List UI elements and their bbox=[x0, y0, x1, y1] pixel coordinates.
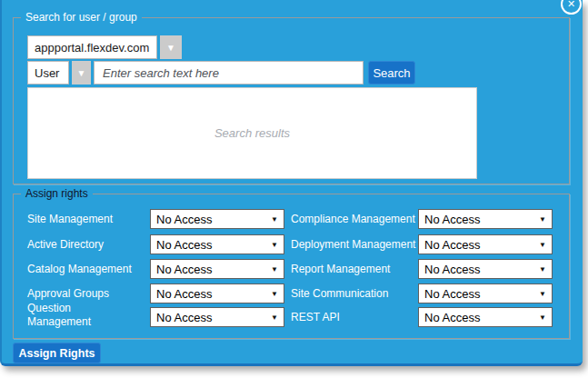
search-section-legend: Search for user / group bbox=[21, 11, 142, 24]
select-catalog-management[interactable]: No Access ▼ bbox=[150, 259, 284, 279]
search-type-combobox-arrow-icon[interactable]: ▼ bbox=[72, 61, 91, 85]
select-report-management[interactable]: No Access ▼ bbox=[418, 259, 553, 279]
search-results-panel[interactable]: Search results bbox=[27, 87, 477, 179]
label-rest-api: REST API bbox=[291, 311, 340, 324]
label-deployment-management: Deployment Management bbox=[291, 238, 415, 252]
search-button[interactable]: Search bbox=[368, 61, 415, 85]
select-compliance-management[interactable]: No Access ▼ bbox=[418, 209, 553, 229]
search-type-combobox[interactable]: User bbox=[27, 61, 69, 85]
search-input[interactable] bbox=[94, 61, 364, 85]
select-rest-api[interactable]: No Access ▼ bbox=[418, 307, 553, 327]
chevron-down-icon: ▼ bbox=[271, 265, 278, 274]
label-compliance-management: Compliance Management bbox=[291, 213, 415, 226]
select-value: No Access bbox=[424, 238, 480, 252]
chevron-down-icon: ▼ bbox=[271, 241, 278, 249]
chevron-down-icon: ▼ bbox=[539, 215, 546, 224]
select-value: No Access bbox=[156, 238, 212, 252]
select-value: No Access bbox=[156, 213, 212, 226]
select-value: No Access bbox=[156, 263, 212, 276]
label-catalog-management: Catalog Management bbox=[27, 263, 132, 276]
label-approval-groups: Approval Groups bbox=[27, 287, 109, 301]
select-question-management[interactable]: No Access ▼ bbox=[150, 307, 284, 327]
select-value: No Access bbox=[156, 311, 212, 324]
label-question-management: Question Management bbox=[27, 302, 135, 329]
chevron-down-icon: ▼ bbox=[539, 241, 546, 249]
label-report-management: Report Management bbox=[291, 263, 390, 276]
chevron-down-icon: ▼ bbox=[271, 215, 278, 224]
select-value: No Access bbox=[424, 311, 480, 324]
search-results-placeholder: Search results bbox=[214, 126, 290, 140]
assign-rights-button[interactable]: Assign Rights bbox=[13, 343, 101, 363]
select-value: No Access bbox=[424, 213, 480, 226]
assign-rights-legend: Assign rights bbox=[21, 187, 93, 200]
select-deployment-management[interactable]: No Access ▼ bbox=[418, 234, 553, 254]
chevron-down-icon: ▼ bbox=[539, 265, 546, 274]
assign-rights-dialog: ✕ Search for user / group appportal.flex… bbox=[0, 0, 583, 366]
select-approval-groups[interactable]: No Access ▼ bbox=[150, 284, 284, 303]
select-value: No Access bbox=[424, 263, 480, 276]
label-site-communication: Site Communication bbox=[291, 287, 388, 301]
chevron-down-icon: ▼ bbox=[271, 290, 278, 298]
domain-combobox-arrow-icon[interactable]: ▼ bbox=[160, 35, 182, 59]
select-site-management[interactable]: No Access ▼ bbox=[150, 209, 284, 229]
chevron-down-icon: ▼ bbox=[271, 313, 278, 322]
select-value: No Access bbox=[424, 287, 480, 301]
label-site-management: Site Management bbox=[27, 213, 113, 226]
domain-combobox[interactable]: appportal.flexdev.com bbox=[27, 35, 157, 59]
chevron-down-icon: ▼ bbox=[539, 313, 546, 322]
label-active-directory: Active Directory bbox=[27, 238, 104, 252]
select-site-communication[interactable]: No Access ▼ bbox=[418, 284, 553, 303]
select-value: No Access bbox=[156, 287, 212, 301]
select-active-directory[interactable]: No Access ▼ bbox=[150, 234, 284, 254]
chevron-down-icon: ▼ bbox=[539, 290, 546, 298]
